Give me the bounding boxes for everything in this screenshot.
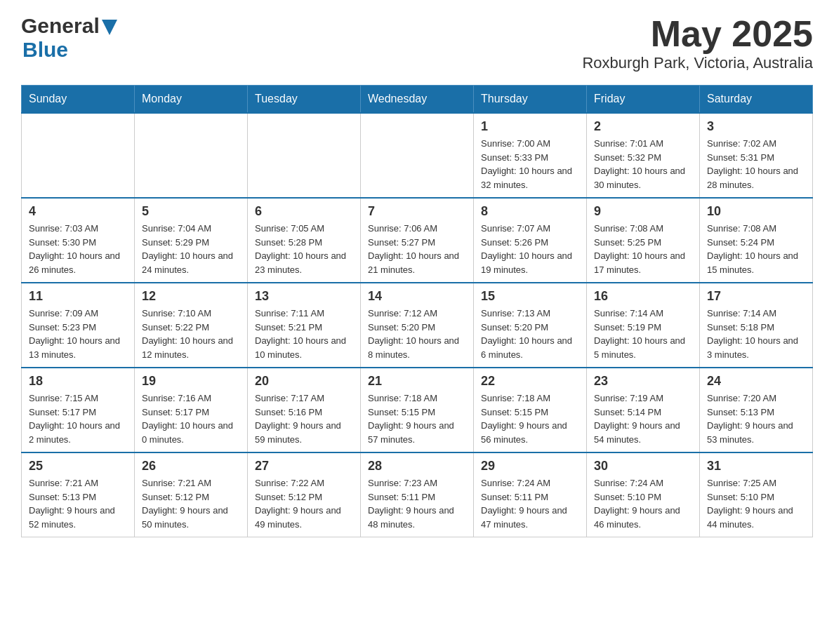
day-info: Sunrise: 7:06 AM Sunset: 5:27 PM Dayligh… [368,222,466,276]
day-info: Sunrise: 7:10 AM Sunset: 5:22 PM Dayligh… [142,307,240,361]
table-row: 4Sunrise: 7:03 AM Sunset: 5:30 PM Daylig… [22,198,135,283]
day-number: 9 [594,204,692,219]
table-row: 30Sunrise: 7:24 AM Sunset: 5:10 PM Dayli… [587,452,700,537]
day-info: Sunrise: 7:01 AM Sunset: 5:32 PM Dayligh… [594,137,692,192]
logo-general-text: General [21,14,100,38]
table-row: 27Sunrise: 7:22 AM Sunset: 5:12 PM Dayli… [248,452,361,537]
table-row [361,113,474,198]
table-row: 12Sunrise: 7:10 AM Sunset: 5:22 PM Dayli… [135,283,248,368]
calendar-subtitle: Roxburgh Park, Victoria, Australia [582,54,813,72]
day-number: 10 [707,204,805,219]
day-info: Sunrise: 7:12 AM Sunset: 5:20 PM Dayligh… [368,307,466,361]
header-wednesday: Wednesday [361,86,474,114]
calendar-week-row: 1Sunrise: 7:00 AM Sunset: 5:33 PM Daylig… [22,113,813,198]
day-info: Sunrise: 7:18 AM Sunset: 5:15 PM Dayligh… [481,391,579,446]
day-number: 20 [255,374,353,389]
day-number: 17 [707,289,805,304]
day-info: Sunrise: 7:14 AM Sunset: 5:18 PM Dayligh… [707,307,805,361]
logo: General Blue [21,14,117,62]
day-number: 21 [368,374,466,389]
table-row: 28Sunrise: 7:23 AM Sunset: 5:11 PM Dayli… [361,452,474,537]
day-number: 8 [481,204,579,219]
day-number: 27 [255,459,353,474]
table-row: 7Sunrise: 7:06 AM Sunset: 5:27 PM Daylig… [361,198,474,283]
day-number: 23 [594,374,692,389]
table-row: 18Sunrise: 7:15 AM Sunset: 5:17 PM Dayli… [22,368,135,452]
table-row: 19Sunrise: 7:16 AM Sunset: 5:17 PM Dayli… [135,368,248,452]
day-info: Sunrise: 7:16 AM Sunset: 5:17 PM Dayligh… [142,391,240,446]
table-row: 1Sunrise: 7:00 AM Sunset: 5:33 PM Daylig… [474,113,587,198]
day-info: Sunrise: 7:24 AM Sunset: 5:10 PM Dayligh… [594,476,692,531]
day-number: 11 [29,289,127,304]
day-info: Sunrise: 7:13 AM Sunset: 5:20 PM Dayligh… [481,307,579,361]
page-header: General Blue May 2025 Roxburgh Park, Vic… [21,14,813,72]
table-row: 20Sunrise: 7:17 AM Sunset: 5:16 PM Dayli… [248,368,361,452]
title-section: May 2025 Roxburgh Park, Victoria, Austra… [582,14,813,72]
day-info: Sunrise: 7:18 AM Sunset: 5:15 PM Dayligh… [368,391,466,446]
table-row: 5Sunrise: 7:04 AM Sunset: 5:29 PM Daylig… [135,198,248,283]
day-info: Sunrise: 7:00 AM Sunset: 5:33 PM Dayligh… [481,137,579,192]
table-row: 25Sunrise: 7:21 AM Sunset: 5:13 PM Dayli… [22,452,135,537]
table-row: 6Sunrise: 7:05 AM Sunset: 5:28 PM Daylig… [248,198,361,283]
header-thursday: Thursday [474,86,587,114]
day-info: Sunrise: 7:22 AM Sunset: 5:12 PM Dayligh… [255,476,353,531]
day-info: Sunrise: 7:03 AM Sunset: 5:30 PM Dayligh… [29,222,127,276]
day-info: Sunrise: 7:21 AM Sunset: 5:12 PM Dayligh… [142,476,240,531]
calendar-header-row: Sunday Monday Tuesday Wednesday Thursday… [22,86,813,114]
day-info: Sunrise: 7:08 AM Sunset: 5:24 PM Dayligh… [707,222,805,276]
day-number: 24 [707,374,805,389]
day-info: Sunrise: 7:21 AM Sunset: 5:13 PM Dayligh… [29,476,127,531]
table-row: 31Sunrise: 7:25 AM Sunset: 5:10 PM Dayli… [700,452,813,537]
calendar-week-row: 25Sunrise: 7:21 AM Sunset: 5:13 PM Dayli… [22,452,813,537]
day-info: Sunrise: 7:17 AM Sunset: 5:16 PM Dayligh… [255,391,353,446]
table-row [248,113,361,198]
day-info: Sunrise: 7:04 AM Sunset: 5:29 PM Dayligh… [142,222,240,276]
day-number: 12 [142,289,240,304]
day-number: 13 [255,289,353,304]
day-number: 14 [368,289,466,304]
table-row: 9Sunrise: 7:08 AM Sunset: 5:25 PM Daylig… [587,198,700,283]
day-number: 6 [255,204,353,219]
day-number: 25 [29,459,127,474]
calendar-table: Sunday Monday Tuesday Wednesday Thursday… [21,85,813,537]
day-info: Sunrise: 7:15 AM Sunset: 5:17 PM Dayligh… [29,391,127,446]
table-row [135,113,248,198]
day-number: 4 [29,204,127,219]
table-row: 10Sunrise: 7:08 AM Sunset: 5:24 PM Dayli… [700,198,813,283]
table-row: 13Sunrise: 7:11 AM Sunset: 5:21 PM Dayli… [248,283,361,368]
day-number: 5 [142,204,240,219]
day-number: 1 [481,119,579,134]
day-info: Sunrise: 7:02 AM Sunset: 5:31 PM Dayligh… [707,137,805,192]
table-row: 26Sunrise: 7:21 AM Sunset: 5:12 PM Dayli… [135,452,248,537]
day-info: Sunrise: 7:20 AM Sunset: 5:13 PM Dayligh… [707,391,805,446]
day-number: 28 [368,459,466,474]
table-row: 16Sunrise: 7:14 AM Sunset: 5:19 PM Dayli… [587,283,700,368]
day-number: 31 [707,459,805,474]
day-number: 7 [368,204,466,219]
calendar-week-row: 11Sunrise: 7:09 AM Sunset: 5:23 PM Dayli… [22,283,813,368]
table-row: 15Sunrise: 7:13 AM Sunset: 5:20 PM Dayli… [474,283,587,368]
day-info: Sunrise: 7:25 AM Sunset: 5:10 PM Dayligh… [707,476,805,531]
day-info: Sunrise: 7:14 AM Sunset: 5:19 PM Dayligh… [594,307,692,361]
table-row: 14Sunrise: 7:12 AM Sunset: 5:20 PM Dayli… [361,283,474,368]
table-row: 2Sunrise: 7:01 AM Sunset: 5:32 PM Daylig… [587,113,700,198]
day-info: Sunrise: 7:19 AM Sunset: 5:14 PM Dayligh… [594,391,692,446]
table-row: 8Sunrise: 7:07 AM Sunset: 5:26 PM Daylig… [474,198,587,283]
header-tuesday: Tuesday [248,86,361,114]
header-sunday: Sunday [22,86,135,114]
table-row: 21Sunrise: 7:18 AM Sunset: 5:15 PM Dayli… [361,368,474,452]
header-monday: Monday [135,86,248,114]
logo-triangle-icon [102,20,117,35]
table-row: 24Sunrise: 7:20 AM Sunset: 5:13 PM Dayli… [700,368,813,452]
day-info: Sunrise: 7:05 AM Sunset: 5:28 PM Dayligh… [255,222,353,276]
logo-blue-text: Blue [22,38,68,62]
day-number: 3 [707,119,805,134]
day-info: Sunrise: 7:23 AM Sunset: 5:11 PM Dayligh… [368,476,466,531]
table-row: 11Sunrise: 7:09 AM Sunset: 5:23 PM Dayli… [22,283,135,368]
table-row: 29Sunrise: 7:24 AM Sunset: 5:11 PM Dayli… [474,452,587,537]
calendar-title: May 2025 [582,14,813,54]
svg-marker-0 [102,20,117,35]
header-saturday: Saturday [700,86,813,114]
day-number: 18 [29,374,127,389]
day-info: Sunrise: 7:08 AM Sunset: 5:25 PM Dayligh… [594,222,692,276]
